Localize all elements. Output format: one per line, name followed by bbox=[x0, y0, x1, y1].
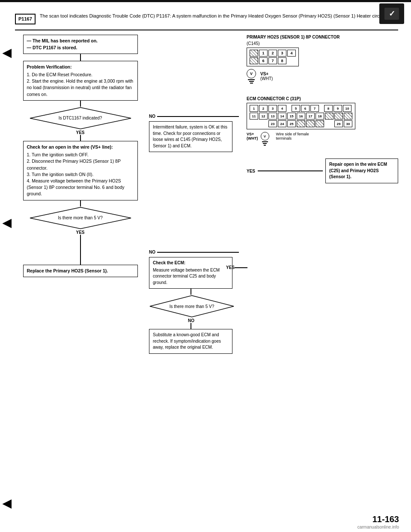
check-ecm-box: Check the ECM: Measure voltage between t… bbox=[149, 257, 232, 289]
dtc-description-text: The scan tool indicates Diagnostic Troub… bbox=[40, 13, 386, 18]
e-c23: 23 bbox=[268, 120, 277, 127]
logo-badge: ✓ bbox=[379, 3, 404, 24]
ecm-ground-3 bbox=[264, 145, 266, 146]
e-c14: 14 bbox=[278, 113, 286, 120]
diamond2-label: Is there more than 5 V? bbox=[40, 215, 121, 220]
yes3-hline bbox=[235, 267, 247, 268]
vline-7 bbox=[191, 323, 191, 329]
center-column: NO Intermittent failure, system is OK at… bbox=[149, 35, 239, 354]
dtc-description: The scan tool indicates Diagnostic Troub… bbox=[40, 13, 386, 20]
diamond1-wrapper: Is DTC1167 indicated? bbox=[29, 107, 132, 130]
prob-title: Problem Verification: bbox=[27, 64, 134, 70]
repair-text: Repair open in the wire ECM (C25) and Pr… bbox=[329, 162, 387, 179]
no2-hline bbox=[157, 252, 239, 253]
e-c2: 2 bbox=[259, 105, 268, 112]
check-open-title: Check for an open in the wire (VS+ line)… bbox=[27, 144, 134, 150]
e-sh2 bbox=[334, 113, 343, 120]
e-c30: 30 bbox=[344, 120, 352, 127]
cos-1: Turn the ignition switch OFF. bbox=[32, 152, 89, 157]
vs-plus-label: VS+ bbox=[260, 72, 273, 76]
cos-2: Disconnect the Primary HO2S (Sensor 1) 8… bbox=[27, 158, 121, 170]
ecm-vs-row: VS+ (WHT) V Wire side of female terminal… bbox=[247, 132, 398, 146]
yes3-row: YES bbox=[226, 265, 247, 270]
check-ecm-title: Check the ECM: bbox=[153, 260, 229, 266]
e-sh3 bbox=[344, 113, 352, 120]
no3-label: NO bbox=[188, 318, 239, 323]
diamond3-wrapper: Is there more than 5 V? bbox=[149, 295, 235, 318]
e-sh4 bbox=[297, 120, 305, 127]
e-c4: 4 bbox=[278, 105, 286, 112]
primary-row1: 1 2 3 4 bbox=[250, 50, 296, 57]
e-c12: 12 bbox=[259, 113, 268, 120]
warning-line1: — The MIL has been reported on. bbox=[27, 38, 134, 44]
yes2-label: YES bbox=[76, 230, 84, 235]
substitute-text: Substitute a known-good ECM and recheck.… bbox=[153, 332, 221, 350]
cos-3: Turn the ignition switch ON (II). bbox=[32, 172, 93, 177]
ground-line1 bbox=[248, 79, 255, 80]
check-open-steps: 1. Turn the ignition switch OFF. 2. Disc… bbox=[27, 152, 134, 197]
cos-4: Measure voltage between the Primary HO2S… bbox=[27, 178, 125, 196]
cell-8: 8 bbox=[278, 57, 286, 64]
no2-row: NO bbox=[149, 250, 239, 254]
e-c3: 3 bbox=[268, 105, 277, 112]
e-sh1 bbox=[325, 113, 334, 120]
ecm-connector-section: ECM CONNECTOR C (31P) 1 2 3 4 5 6 7 8 bbox=[247, 96, 398, 183]
e-c7: 7 bbox=[310, 105, 319, 112]
main-divider bbox=[15, 30, 398, 30]
replace-box: Replace the Primary HO2S (Sensor 1). bbox=[23, 265, 138, 277]
ecm-v-circle: V bbox=[261, 132, 269, 140]
ground-line3 bbox=[250, 83, 253, 84]
ecm-row2: 11 12 13 14 15 16 17 18 bbox=[250, 113, 352, 120]
dtc-code-text: P1167 bbox=[18, 16, 32, 21]
ecm-v-circle-group: V bbox=[261, 132, 269, 146]
left-column: — The MIL has been reported on. — DTC P1… bbox=[15, 35, 146, 354]
e-c1: 1 bbox=[250, 105, 258, 112]
e-c18: 18 bbox=[316, 113, 324, 120]
primary-connector-title: PRIMARY HO2S (SENSOR 1) 8P CONNECTOR bbox=[247, 35, 398, 39]
yes3-repair-label: YES bbox=[247, 169, 255, 173]
vline-5 bbox=[80, 235, 81, 260]
right-column: PRIMARY HO2S (SENSOR 1) 8P CONNECTOR (C1… bbox=[242, 35, 398, 354]
diamond2-wrapper: Is there more than 5 V? bbox=[29, 206, 132, 230]
intermittent-text: Intermittent failure, system is OK at th… bbox=[153, 125, 227, 148]
yes3-repair-row: YES Repair open in the wire ECM (C25) an… bbox=[247, 158, 398, 183]
yes1-label: YES bbox=[76, 130, 84, 135]
cell-3: 3 bbox=[278, 50, 286, 57]
vs-wire-label: (WHT) bbox=[260, 76, 273, 81]
yes3-repair-hline bbox=[258, 170, 323, 171]
vline-4 bbox=[80, 200, 81, 206]
e-sh6 bbox=[316, 120, 324, 127]
vs-ground-group: V bbox=[247, 69, 256, 84]
no2-label: NO bbox=[149, 250, 155, 254]
e-c15: 15 bbox=[287, 113, 296, 120]
top-bar bbox=[0, 0, 411, 2]
e-c11: 11 bbox=[250, 113, 258, 120]
ecm-31p-connector: 1 2 3 4 5 6 7 8 9 10 bbox=[247, 103, 355, 129]
ecm-ground-1 bbox=[262, 141, 268, 142]
website-watermark: carmanualsonline.info bbox=[357, 525, 399, 529]
left-arrow-bot: ◀ bbox=[3, 497, 11, 510]
vs-ground-row: V VS+ (WHT) bbox=[247, 69, 398, 84]
e-gap2 bbox=[320, 105, 323, 112]
left-arrow-mid: ◀ bbox=[3, 216, 11, 230]
e-c13: 13 bbox=[268, 113, 277, 120]
primary-row2: 6 7 8 bbox=[250, 57, 296, 64]
substitute-box: Substitute a known-good ECM and recheck.… bbox=[149, 329, 232, 354]
e-c16: 16 bbox=[297, 113, 305, 120]
cell-1: 1 bbox=[259, 50, 268, 57]
cell-slash-before bbox=[250, 50, 258, 57]
page-number: 11-163 bbox=[372, 514, 399, 524]
replace-text: Replace the Primary HO2S (Sensor 1). bbox=[27, 268, 108, 273]
logo-icon: ✓ bbox=[384, 7, 399, 20]
no1-label: NO bbox=[149, 114, 155, 119]
e-c10: 10 bbox=[343, 105, 351, 112]
prob-step-2: Start the engine. Hold the engine at 3,0… bbox=[27, 78, 134, 96]
diamond1-label: Is DTC1167 indicated? bbox=[40, 116, 121, 120]
ground-line2 bbox=[249, 81, 254, 82]
repair-box: Repair open in the wire ECM (C25) and Pr… bbox=[325, 158, 398, 183]
primary-8p-connector: 1 2 3 4 6 7 8 bbox=[247, 48, 299, 66]
problem-verification-box: Problem Verification: 1. Do the ECM Rese… bbox=[23, 61, 138, 101]
cell-6: 6 bbox=[259, 57, 268, 64]
e-empty3 bbox=[325, 120, 334, 127]
e-c25: 25 bbox=[287, 120, 296, 127]
